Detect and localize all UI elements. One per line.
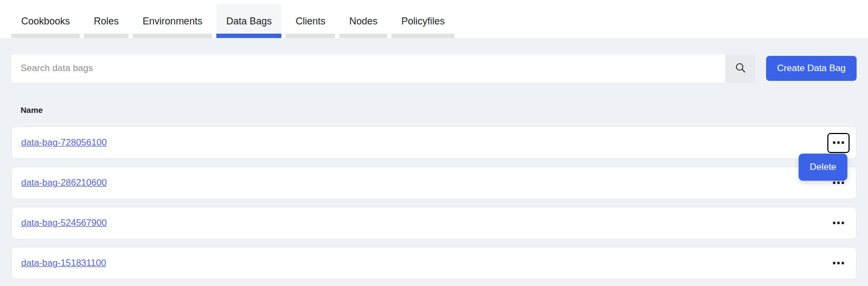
tab-data-bags[interactable]: Data Bags (216, 0, 281, 38)
search-icon (735, 62, 746, 75)
table-row: data-bag-151831100 ⋯ (11, 247, 857, 279)
delete-menu-item[interactable]: Delete (799, 154, 847, 181)
data-bag-link[interactable]: data-bag-728056100 (21, 137, 107, 148)
ellipsis-icon: ⋯ (832, 217, 845, 230)
row-menu-button[interactable]: ⋯ (827, 213, 850, 233)
table-row: data-bag-286210600 ⋯ (11, 167, 857, 199)
data-bag-link[interactable]: data-bag-151831100 (21, 258, 106, 269)
search-row: Create Data Bag (11, 54, 857, 82)
data-bag-link[interactable]: data-bag-286210600 (21, 177, 107, 188)
tab-bar: Cookbooks Roles Environments Data Bags C… (0, 0, 868, 38)
row-menu-button[interactable]: ⋯ (827, 133, 850, 153)
create-data-bag-button[interactable]: Create Data Bag (766, 56, 857, 81)
table-row: data-bag-524567900 ⋯ (11, 207, 857, 239)
search-group (11, 54, 755, 82)
table-row: data-bag-728056100 ⋯ Delete (11, 126, 857, 159)
ellipsis-icon: ⋯ (832, 136, 845, 149)
data-bags-page: Create Data Bag Name data-bag-728056100 … (0, 54, 868, 279)
search-input[interactable] (11, 54, 725, 82)
tab-roles[interactable]: Roles (84, 0, 128, 38)
tab-environments[interactable]: Environments (133, 0, 212, 38)
tab-clients[interactable]: Clients (286, 0, 335, 38)
search-button[interactable] (725, 54, 755, 82)
tab-cookbooks[interactable]: Cookbooks (11, 0, 80, 38)
data-bag-link[interactable]: data-bag-524567900 (21, 218, 107, 228)
name-column-header: Name (11, 105, 857, 115)
tab-nodes[interactable]: Nodes (339, 0, 387, 38)
data-bag-list: data-bag-728056100 ⋯ Delete data-bag-286… (11, 126, 857, 279)
tab-policyfiles[interactable]: Policyfiles (391, 0, 454, 38)
row-menu-button[interactable]: ⋯ (827, 253, 850, 274)
ellipsis-icon: ⋯ (832, 257, 845, 270)
